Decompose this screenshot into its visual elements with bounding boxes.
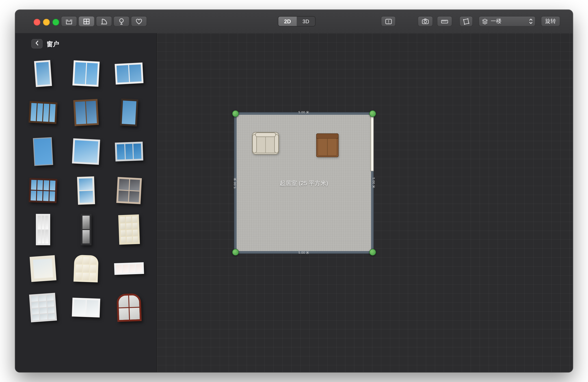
plant-tool-button[interactable]	[113, 16, 129, 26]
armchair[interactable]	[252, 132, 279, 155]
view-mode-toggle: 2D 3D	[278, 16, 315, 26]
corner-handle-bottom-left[interactable]	[232, 249, 239, 255]
tree-icon	[117, 17, 126, 25]
window-thumbnail-grid-window-white[interactable]	[21, 288, 64, 327]
app-window: 2D 3D	[15, 10, 573, 372]
dimension-label-top: 5.00 米	[234, 110, 373, 115]
window-thumbnail-horizontal-slider-white[interactable]	[64, 288, 107, 327]
up-down-chevrons-icon	[529, 18, 533, 24]
view-3d-segment[interactable]: 3D	[297, 17, 315, 26]
window-thumbnail-slim-window-black[interactable]	[64, 210, 107, 249]
screen: 2D 3D	[0, 0, 588, 382]
room-outline-icon	[65, 17, 73, 25]
layers-icon	[481, 18, 488, 25]
window-thumbnail-double-casement-white[interactable]	[64, 54, 107, 93]
room-tool-button[interactable]	[61, 16, 77, 26]
corner-handle-top-left[interactable]	[232, 110, 239, 117]
floor-selector[interactable]: 一楼	[479, 16, 536, 26]
room-label: 起居室 (25 平方米)	[234, 179, 373, 187]
rotate-button[interactable]: 旋转	[541, 16, 560, 26]
window-thumbnail-fixed-pane-thin-frame[interactable]	[21, 132, 64, 171]
window-grid	[21, 54, 151, 327]
window-thumbnail-four-pane-dark-brown[interactable]	[21, 93, 64, 132]
sofa[interactable]	[316, 133, 339, 157]
window-thumbnail-picture-window-white[interactable]	[64, 132, 107, 171]
corner-handle-top-right[interactable]	[369, 110, 376, 117]
window-tool-button[interactable]	[78, 16, 95, 26]
ruler-icon	[441, 17, 449, 25]
floor-plan-canvas[interactable]: 5.00 米 5.00 米 5.00 米 5.00 米 起居室 (25 平方米)	[157, 33, 573, 372]
window-thumbnail-deep-frame-window-cream[interactable]	[21, 249, 64, 288]
window-thumbnail-grid-window-cream[interactable]	[107, 210, 151, 249]
titlebar: 2D 3D	[15, 10, 573, 34]
sidebar-window-catalog: 窗户	[15, 33, 157, 372]
window-thumbnail-four-pane-strip-white[interactable]	[107, 249, 151, 288]
window-thumbnail-arched-lattice-dark-red[interactable]	[107, 288, 151, 327]
window-grid-icon	[83, 17, 90, 25]
transform-region-icon	[462, 17, 470, 25]
view-2d-segment[interactable]: 2D	[278, 17, 297, 26]
window-thumbnail-wide-two-pane-white[interactable]	[107, 54, 151, 93]
note-button[interactable]	[381, 16, 396, 26]
door-swing-icon	[100, 17, 108, 25]
chevron-left-icon	[34, 40, 40, 48]
close-button[interactable]	[34, 19, 40, 25]
window-thumbnail-three-pane-slider-blue[interactable]	[107, 132, 151, 171]
window-thumbnail-single-window-dark[interactable]	[107, 93, 151, 132]
door-tool-button[interactable]	[96, 16, 112, 26]
heart-icon	[135, 17, 143, 25]
camera-icon	[421, 17, 429, 25]
rotate-button-label: 旋转	[545, 18, 556, 25]
sidebar-title: 窗户	[47, 40, 59, 48]
window-thumbnail-multi-pane-dark-red[interactable]	[21, 171, 64, 210]
back-button[interactable]	[31, 39, 42, 48]
camera-button[interactable]	[418, 16, 433, 26]
alert-note-icon	[384, 17, 392, 25]
favorites-tool-button[interactable]	[131, 16, 147, 26]
dimension-label-bottom: 5.00 米	[234, 251, 373, 255]
window-thumbnail-single-casement-white[interactable]	[21, 54, 64, 93]
corner-handle-bottom-right[interactable]	[369, 249, 376, 255]
window-thumbnail-french-window-brown[interactable]	[64, 93, 107, 132]
minimize-button[interactable]	[43, 19, 49, 25]
window-thumbnail-double-hung-tan[interactable]	[107, 171, 151, 210]
transform-tool-button[interactable]	[459, 16, 473, 26]
window-thumbnail-arched-multipane-cream[interactable]	[64, 249, 107, 288]
window-thumbnail-glazed-door-white[interactable]	[64, 171, 107, 210]
floor-selector-label: 一楼	[491, 18, 526, 25]
zoom-button[interactable]	[52, 19, 59, 25]
ruler-button[interactable]	[437, 16, 452, 26]
window-thumbnail-craftsman-tall-white[interactable]	[21, 210, 64, 249]
